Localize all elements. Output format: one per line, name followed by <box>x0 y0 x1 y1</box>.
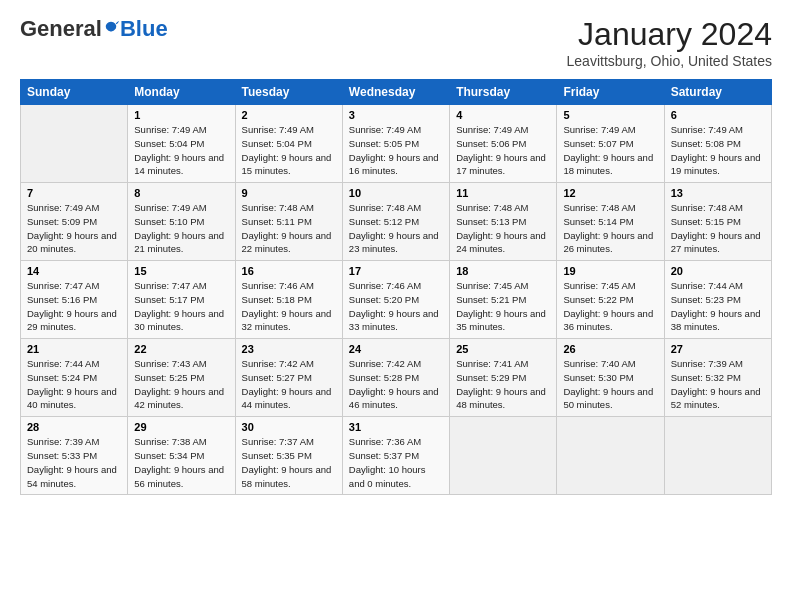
day-number: 26 <box>563 343 657 355</box>
weekday-header-saturday: Saturday <box>664 80 771 105</box>
week-row-5: 28Sunrise: 7:39 AMSunset: 5:33 PMDayligh… <box>21 417 772 495</box>
day-number: 30 <box>242 421 336 433</box>
day-number: 19 <box>563 265 657 277</box>
day-number: 6 <box>671 109 765 121</box>
calendar-table: SundayMondayTuesdayWednesdayThursdayFrid… <box>20 79 772 495</box>
day-info: Sunrise: 7:44 AMSunset: 5:23 PMDaylight:… <box>671 279 765 334</box>
logo-blue-text: Blue <box>120 16 168 42</box>
day-number: 23 <box>242 343 336 355</box>
day-cell: 31Sunrise: 7:36 AMSunset: 5:37 PMDayligh… <box>342 417 449 495</box>
logo-general-text: General <box>20 16 102 42</box>
day-cell: 10Sunrise: 7:48 AMSunset: 5:12 PMDayligh… <box>342 183 449 261</box>
day-info: Sunrise: 7:49 AMSunset: 5:04 PMDaylight:… <box>242 123 336 178</box>
day-number: 22 <box>134 343 228 355</box>
day-info: Sunrise: 7:48 AMSunset: 5:11 PMDaylight:… <box>242 201 336 256</box>
day-cell: 18Sunrise: 7:45 AMSunset: 5:21 PMDayligh… <box>450 261 557 339</box>
day-number: 20 <box>671 265 765 277</box>
day-info: Sunrise: 7:49 AMSunset: 5:06 PMDaylight:… <box>456 123 550 178</box>
day-cell: 8Sunrise: 7:49 AMSunset: 5:10 PMDaylight… <box>128 183 235 261</box>
day-number: 4 <box>456 109 550 121</box>
day-cell: 17Sunrise: 7:46 AMSunset: 5:20 PMDayligh… <box>342 261 449 339</box>
day-cell: 12Sunrise: 7:48 AMSunset: 5:14 PMDayligh… <box>557 183 664 261</box>
day-info: Sunrise: 7:42 AMSunset: 5:27 PMDaylight:… <box>242 357 336 412</box>
day-info: Sunrise: 7:41 AMSunset: 5:29 PMDaylight:… <box>456 357 550 412</box>
day-cell: 28Sunrise: 7:39 AMSunset: 5:33 PMDayligh… <box>21 417 128 495</box>
day-info: Sunrise: 7:48 AMSunset: 5:12 PMDaylight:… <box>349 201 443 256</box>
day-number: 16 <box>242 265 336 277</box>
day-info: Sunrise: 7:40 AMSunset: 5:30 PMDaylight:… <box>563 357 657 412</box>
day-number: 10 <box>349 187 443 199</box>
location: Leavittsburg, Ohio, United States <box>567 53 772 69</box>
week-row-1: 1Sunrise: 7:49 AMSunset: 5:04 PMDaylight… <box>21 105 772 183</box>
day-number: 9 <box>242 187 336 199</box>
day-info: Sunrise: 7:45 AMSunset: 5:22 PMDaylight:… <box>563 279 657 334</box>
day-info: Sunrise: 7:38 AMSunset: 5:34 PMDaylight:… <box>134 435 228 490</box>
day-cell: 21Sunrise: 7:44 AMSunset: 5:24 PMDayligh… <box>21 339 128 417</box>
day-info: Sunrise: 7:48 AMSunset: 5:15 PMDaylight:… <box>671 201 765 256</box>
week-row-2: 7Sunrise: 7:49 AMSunset: 5:09 PMDaylight… <box>21 183 772 261</box>
day-info: Sunrise: 7:49 AMSunset: 5:08 PMDaylight:… <box>671 123 765 178</box>
calendar-page: General Blue January 2024 Leavittsburg, … <box>0 0 792 505</box>
day-cell: 9Sunrise: 7:48 AMSunset: 5:11 PMDaylight… <box>235 183 342 261</box>
day-number: 3 <box>349 109 443 121</box>
day-number: 14 <box>27 265 121 277</box>
weekday-header-monday: Monday <box>128 80 235 105</box>
day-number: 31 <box>349 421 443 433</box>
day-info: Sunrise: 7:47 AMSunset: 5:16 PMDaylight:… <box>27 279 121 334</box>
day-cell: 24Sunrise: 7:42 AMSunset: 5:28 PMDayligh… <box>342 339 449 417</box>
day-info: Sunrise: 7:49 AMSunset: 5:07 PMDaylight:… <box>563 123 657 178</box>
day-cell: 22Sunrise: 7:43 AMSunset: 5:25 PMDayligh… <box>128 339 235 417</box>
day-number: 12 <box>563 187 657 199</box>
day-cell: 7Sunrise: 7:49 AMSunset: 5:09 PMDaylight… <box>21 183 128 261</box>
day-info: Sunrise: 7:44 AMSunset: 5:24 PMDaylight:… <box>27 357 121 412</box>
day-number: 28 <box>27 421 121 433</box>
week-row-4: 21Sunrise: 7:44 AMSunset: 5:24 PMDayligh… <box>21 339 772 417</box>
weekday-header-tuesday: Tuesday <box>235 80 342 105</box>
day-cell: 19Sunrise: 7:45 AMSunset: 5:22 PMDayligh… <box>557 261 664 339</box>
day-cell: 13Sunrise: 7:48 AMSunset: 5:15 PMDayligh… <box>664 183 771 261</box>
day-number: 29 <box>134 421 228 433</box>
day-cell: 11Sunrise: 7:48 AMSunset: 5:13 PMDayligh… <box>450 183 557 261</box>
weekday-header-thursday: Thursday <box>450 80 557 105</box>
day-cell: 29Sunrise: 7:38 AMSunset: 5:34 PMDayligh… <box>128 417 235 495</box>
day-info: Sunrise: 7:39 AMSunset: 5:33 PMDaylight:… <box>27 435 121 490</box>
logo-bird-icon <box>103 20 119 38</box>
day-number: 18 <box>456 265 550 277</box>
day-cell <box>664 417 771 495</box>
weekday-header-friday: Friday <box>557 80 664 105</box>
day-cell: 6Sunrise: 7:49 AMSunset: 5:08 PMDaylight… <box>664 105 771 183</box>
day-number: 1 <box>134 109 228 121</box>
day-number: 2 <box>242 109 336 121</box>
header: General Blue January 2024 Leavittsburg, … <box>20 16 772 69</box>
day-cell: 23Sunrise: 7:42 AMSunset: 5:27 PMDayligh… <box>235 339 342 417</box>
day-info: Sunrise: 7:45 AMSunset: 5:21 PMDaylight:… <box>456 279 550 334</box>
week-row-3: 14Sunrise: 7:47 AMSunset: 5:16 PMDayligh… <box>21 261 772 339</box>
weekday-header-sunday: Sunday <box>21 80 128 105</box>
day-number: 25 <box>456 343 550 355</box>
month-title: January 2024 <box>567 16 772 53</box>
day-number: 27 <box>671 343 765 355</box>
day-number: 8 <box>134 187 228 199</box>
day-info: Sunrise: 7:36 AMSunset: 5:37 PMDaylight:… <box>349 435 443 490</box>
day-number: 5 <box>563 109 657 121</box>
weekday-header-row: SundayMondayTuesdayWednesdayThursdayFrid… <box>21 80 772 105</box>
day-number: 7 <box>27 187 121 199</box>
day-info: Sunrise: 7:48 AMSunset: 5:14 PMDaylight:… <box>563 201 657 256</box>
day-info: Sunrise: 7:47 AMSunset: 5:17 PMDaylight:… <box>134 279 228 334</box>
weekday-header-wednesday: Wednesday <box>342 80 449 105</box>
day-cell: 27Sunrise: 7:39 AMSunset: 5:32 PMDayligh… <box>664 339 771 417</box>
title-block: January 2024 Leavittsburg, Ohio, United … <box>567 16 772 69</box>
day-cell: 4Sunrise: 7:49 AMSunset: 5:06 PMDaylight… <box>450 105 557 183</box>
day-number: 24 <box>349 343 443 355</box>
day-info: Sunrise: 7:49 AMSunset: 5:04 PMDaylight:… <box>134 123 228 178</box>
day-cell: 5Sunrise: 7:49 AMSunset: 5:07 PMDaylight… <box>557 105 664 183</box>
day-cell: 26Sunrise: 7:40 AMSunset: 5:30 PMDayligh… <box>557 339 664 417</box>
day-number: 21 <box>27 343 121 355</box>
day-info: Sunrise: 7:46 AMSunset: 5:20 PMDaylight:… <box>349 279 443 334</box>
day-info: Sunrise: 7:39 AMSunset: 5:32 PMDaylight:… <box>671 357 765 412</box>
day-cell <box>450 417 557 495</box>
day-info: Sunrise: 7:49 AMSunset: 5:05 PMDaylight:… <box>349 123 443 178</box>
day-cell: 1Sunrise: 7:49 AMSunset: 5:04 PMDaylight… <box>128 105 235 183</box>
day-cell: 25Sunrise: 7:41 AMSunset: 5:29 PMDayligh… <box>450 339 557 417</box>
day-cell: 2Sunrise: 7:49 AMSunset: 5:04 PMDaylight… <box>235 105 342 183</box>
